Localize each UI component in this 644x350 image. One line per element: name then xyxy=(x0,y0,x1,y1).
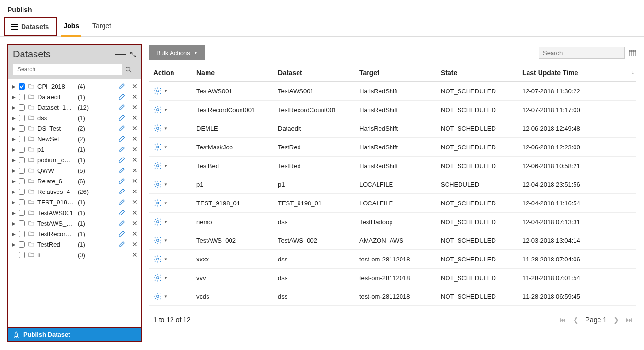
edit-icon[interactable] xyxy=(118,104,125,111)
edit-icon[interactable] xyxy=(118,125,125,132)
delete-icon[interactable]: ✕ xyxy=(132,124,138,132)
tree-row[interactable]: ▶dss(1)✕ xyxy=(8,113,141,123)
caret-right-icon[interactable]: ▶ xyxy=(12,84,16,89)
columns-icon[interactable] xyxy=(629,49,636,57)
tree-row[interactable]: ▶TestAWS_002(1)✕ xyxy=(8,218,141,228)
row-action-menu[interactable]: ▼ xyxy=(153,292,189,301)
delete-icon[interactable]: ✕ xyxy=(132,93,138,101)
pager-last[interactable]: ⏭ xyxy=(626,316,632,324)
edit-icon[interactable] xyxy=(118,157,125,163)
row-action-menu[interactable]: ▼ xyxy=(153,199,189,207)
tree-row[interactable]: tt(0)✕ xyxy=(8,249,141,260)
tree-checkbox[interactable] xyxy=(19,220,25,226)
edit-icon[interactable] xyxy=(118,220,125,226)
caret-right-icon[interactable]: ▶ xyxy=(12,231,16,237)
col-action[interactable]: Action xyxy=(150,64,193,82)
caret-right-icon[interactable]: ▶ xyxy=(12,126,16,131)
row-action-menu[interactable]: ▼ xyxy=(153,87,189,95)
tree-row[interactable]: ▶Dataset_1_…(12)✕ xyxy=(8,102,141,113)
row-action-menu[interactable]: ▼ xyxy=(153,161,189,170)
delete-icon[interactable]: ✕ xyxy=(132,240,138,248)
edit-icon[interactable] xyxy=(118,146,125,153)
tree-checkbox[interactable] xyxy=(19,241,25,248)
caret-right-icon[interactable]: ▶ xyxy=(12,147,16,152)
tree-row[interactable]: ▶podium_c…(1)✕ xyxy=(8,155,141,165)
tab-target[interactable]: Target xyxy=(86,17,118,36)
tree-row[interactable]: ▶TestRed(1)✕ xyxy=(8,239,141,249)
tree-row[interactable]: ▶Relate_6(6)✕ xyxy=(8,176,141,186)
tree-checkbox[interactable] xyxy=(19,178,25,184)
table-search-input[interactable] xyxy=(543,49,623,56)
caret-right-icon[interactable]: ▶ xyxy=(12,115,16,121)
tree-checkbox[interactable] xyxy=(19,199,25,205)
delete-icon[interactable]: ✕ xyxy=(132,251,138,259)
edit-icon[interactable] xyxy=(118,167,125,174)
tree-row[interactable]: ▶QWW(5)✕ xyxy=(8,165,141,176)
tree-row[interactable]: ▶TestAWS001(1)✕ xyxy=(8,207,141,218)
caret-right-icon[interactable]: ▶ xyxy=(12,242,16,247)
tree-row[interactable]: ▶Relatives_4(26)✕ xyxy=(8,186,141,197)
col-name[interactable]: Name xyxy=(193,64,274,82)
expand-icon[interactable] xyxy=(130,51,137,58)
edit-icon[interactable] xyxy=(118,178,125,184)
delete-icon[interactable]: ✕ xyxy=(132,146,138,153)
edit-icon[interactable] xyxy=(118,199,125,205)
delete-icon[interactable]: ✕ xyxy=(132,103,138,111)
tree-row[interactable]: ▶Dataedit(1)✕ xyxy=(8,91,141,102)
delete-icon[interactable]: ✕ xyxy=(132,219,138,227)
caret-right-icon[interactable]: ▶ xyxy=(12,210,16,215)
row-action-menu[interactable]: ▼ xyxy=(153,180,189,189)
tree-checkbox[interactable] xyxy=(19,210,25,216)
tree-checkbox[interactable] xyxy=(19,125,25,132)
sidebar-search-input[interactable] xyxy=(13,64,122,75)
delete-icon[interactable]: ✕ xyxy=(132,209,138,216)
row-action-menu[interactable]: ▼ xyxy=(153,255,189,263)
row-action-menu[interactable]: ▼ xyxy=(153,217,189,226)
caret-right-icon[interactable]: ▶ xyxy=(12,105,16,110)
row-action-menu[interactable]: ▼ xyxy=(153,143,189,151)
caret-right-icon[interactable]: ▶ xyxy=(12,221,16,226)
delete-icon[interactable]: ✕ xyxy=(132,198,138,206)
tree-checkbox[interactable] xyxy=(19,147,25,153)
delete-icon[interactable]: ✕ xyxy=(132,114,138,122)
tree-row[interactable]: ▶DS_Test(2)✕ xyxy=(8,123,141,134)
tree-row[interactable]: ▶CPI_2018(4)✕ xyxy=(8,81,141,91)
caret-right-icon[interactable]: ▶ xyxy=(12,189,16,194)
tree-checkbox[interactable] xyxy=(19,104,25,111)
edit-icon[interactable] xyxy=(118,135,125,142)
tree-checkbox[interactable] xyxy=(19,252,25,258)
tree-checkbox[interactable] xyxy=(19,157,25,163)
col-target[interactable]: Target xyxy=(356,64,437,82)
row-action-menu[interactable]: ▼ xyxy=(153,273,189,282)
delete-icon[interactable]: ✕ xyxy=(132,167,138,174)
col-state[interactable]: State xyxy=(437,64,518,82)
edit-icon[interactable] xyxy=(118,209,125,216)
tree-checkbox[interactable] xyxy=(19,136,25,142)
delete-icon[interactable]: ✕ xyxy=(132,135,138,143)
edit-icon[interactable] xyxy=(118,93,125,100)
tab-datasets[interactable]: Datasets xyxy=(4,17,57,36)
caret-right-icon[interactable]: ▶ xyxy=(12,168,16,173)
caret-right-icon[interactable]: ▶ xyxy=(12,200,16,205)
edit-icon[interactable] xyxy=(118,241,125,248)
row-action-menu[interactable]: ▼ xyxy=(153,124,189,133)
delete-icon[interactable]: ✕ xyxy=(132,188,138,195)
tree-checkbox[interactable] xyxy=(19,94,25,100)
bulk-actions-button[interactable]: Bulk Actions ▼ xyxy=(150,45,205,60)
publish-dataset-button[interactable]: Publish Dataset xyxy=(8,328,141,341)
pager-prev[interactable]: ❮ xyxy=(573,316,579,324)
caret-right-icon[interactable]: ▶ xyxy=(12,158,16,163)
delete-icon[interactable]: ✕ xyxy=(132,82,138,90)
delete-icon[interactable]: ✕ xyxy=(132,230,138,237)
tree-checkbox[interactable] xyxy=(19,189,25,195)
tree-checkbox[interactable] xyxy=(19,115,25,121)
tree-row[interactable]: ▶p1(1)✕ xyxy=(8,144,141,155)
tab-jobs[interactable]: Jobs xyxy=(57,17,86,36)
edit-icon[interactable] xyxy=(118,83,125,90)
pager-next[interactable]: ❯ xyxy=(613,316,619,324)
caret-right-icon[interactable]: ▶ xyxy=(12,136,16,142)
collapse-icon[interactable] xyxy=(115,54,126,55)
tree-checkbox[interactable] xyxy=(19,83,25,90)
tree-row[interactable]: ▶NewSet(2)✕ xyxy=(8,134,141,144)
edit-icon[interactable] xyxy=(118,188,125,195)
